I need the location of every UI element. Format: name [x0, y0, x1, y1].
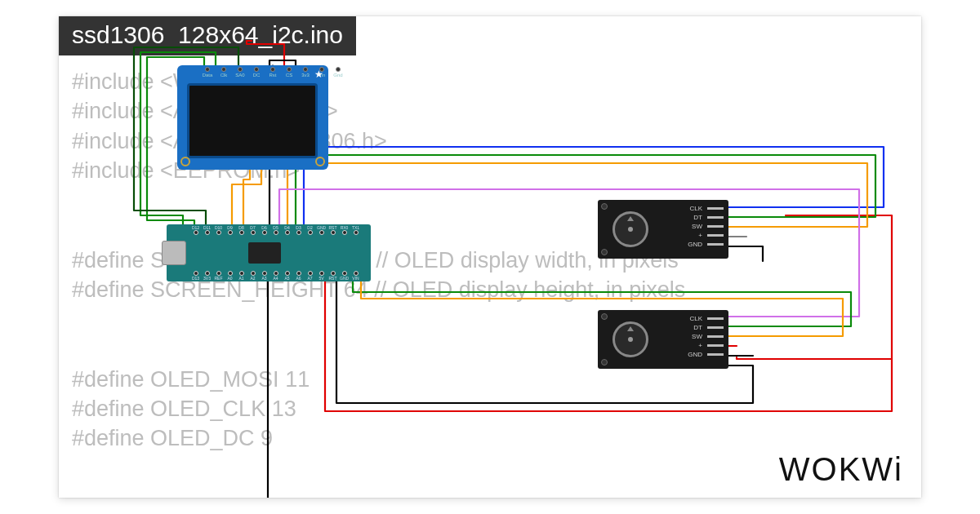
- rotary-encoder-1: CLKDTSW+GND: [598, 200, 728, 259]
- nano-pin-d8: D8: [237, 225, 246, 235]
- file-title-bar: ssd1306_128x64_i2c.ino: [59, 16, 356, 55]
- nano-pin-a6: A6: [294, 271, 303, 281]
- encoder-pin-clk: CLK: [688, 315, 724, 322]
- nano-pin-rx0: RX0: [340, 225, 349, 235]
- nano-pin-a1: A1: [237, 271, 246, 281]
- encoder-knob-icon[interactable]: [612, 211, 648, 247]
- nano-pin-d3: D3: [294, 225, 303, 235]
- mounting-hole: [601, 359, 608, 366]
- oled-pin-3v3: 3v3: [300, 67, 311, 78]
- project-card: ssd1306_128x64_i2c.ino #include <Wire.h>…: [59, 16, 921, 498]
- encoder-pin-dt: DT: [688, 324, 724, 331]
- arduino-nano-board: D12D11D10D9D8D7D6D5D4D3D2GNDRSTRX0TX1 D1…: [167, 224, 371, 281]
- nano-pin-d12: D12: [191, 225, 200, 235]
- mounting-hole: [601, 249, 608, 255]
- oled-pin-dc: DC: [251, 67, 262, 78]
- nano-pin-a3: A3: [260, 271, 269, 281]
- wokwi-brand-logo: WOKWi: [779, 451, 903, 488]
- nano-pin-vin: VIN: [351, 271, 360, 281]
- encoder-pin-plus: +: [688, 232, 724, 239]
- oled-ssd1306-module: DataClkSA0DCRstCS3v3VinGnd ★: [177, 65, 328, 170]
- nano-pin-d7: D7: [248, 225, 257, 235]
- oled-pin-gnd: Gnd: [332, 67, 344, 78]
- oled-screen: [187, 83, 318, 158]
- nano-pin-d4: D4: [283, 225, 292, 235]
- nano-pin-d10: D10: [214, 225, 223, 235]
- wire-nano-5v-red-2: [737, 357, 892, 359]
- nano-pin-d13: D13: [191, 271, 200, 281]
- nano-pin-a4: A4: [271, 271, 280, 281]
- encoder-pin-gnd: GND: [688, 351, 724, 358]
- nano-pin-tx1: TX1: [351, 225, 360, 235]
- nano-pin-gnd: GND: [340, 271, 349, 281]
- mounting-hole: [601, 313, 608, 320]
- mounting-hole: [315, 157, 325, 166]
- oled-pin-cs: CS: [283, 67, 295, 78]
- nano-pin-rst: RST: [328, 225, 337, 235]
- encoder-pin-gnd: GND: [688, 241, 724, 248]
- mcu-chip-icon: [248, 242, 281, 264]
- nano-pin-a0: A0: [225, 271, 234, 281]
- nano-pin-d9: D9: [225, 225, 234, 235]
- nano-pin-ref: REF: [214, 271, 223, 281]
- oled-pin-clk: Clk: [218, 67, 229, 78]
- encoder-pin-sw: SW: [688, 333, 724, 340]
- wire-enc1-gnd-black: [728, 246, 763, 261]
- encoder-knob-icon[interactable]: [612, 321, 648, 357]
- oled-pin-data: Data: [202, 67, 213, 78]
- encoder-pin-dt: DT: [688, 214, 724, 221]
- nano-pin-a7: A7: [305, 271, 314, 281]
- file-name: ssd1306_128x64_i2c.ino: [72, 21, 343, 48]
- oled-pin-rst: Rst: [267, 67, 278, 78]
- mounting-hole: [180, 157, 190, 166]
- usb-port-icon: [162, 241, 186, 265]
- nano-pin-d2: D2: [305, 225, 314, 235]
- star-icon: ★: [314, 69, 323, 80]
- encoder-pin-clk: CLK: [688, 205, 724, 212]
- nano-pin-a5: A5: [283, 271, 292, 281]
- nano-pin-5v: 5V: [317, 271, 326, 281]
- nano-pin-d5: D5: [271, 225, 280, 235]
- nano-pin-a2: A2: [248, 271, 257, 281]
- nano-pin-rst: RST: [328, 271, 337, 281]
- nano-pin-d6: D6: [260, 225, 269, 235]
- oled-pin-sa0: SA0: [234, 67, 246, 78]
- rotary-encoder-2: CLKDTSW+GND: [598, 310, 728, 369]
- nano-pin-gnd: GND: [317, 225, 326, 235]
- encoder-pin-sw: SW: [688, 223, 724, 230]
- encoder-pin-plus: +: [688, 342, 724, 349]
- nano-pin-d11: D11: [203, 225, 212, 235]
- mounting-hole: [601, 203, 608, 210]
- nano-pin-3v3: 3V3: [203, 271, 212, 281]
